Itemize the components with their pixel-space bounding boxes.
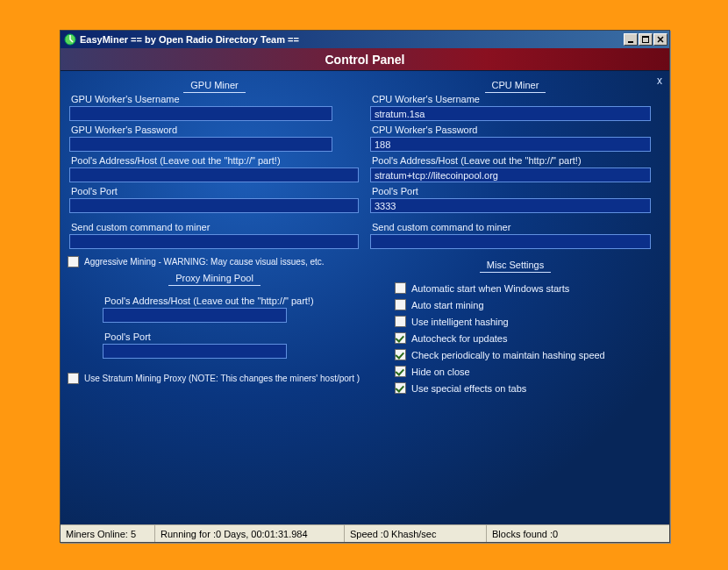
misc-checkbox-2[interactable] [395, 316, 406, 327]
window-title: EasyMiner == by Open Radio Directory Tea… [80, 34, 624, 45]
cpu-username-label: CPU Worker's Username [372, 94, 660, 104]
cpu-host-label: Pool's Address/Host (Leave out the "http… [372, 155, 660, 166]
panel-header: Control Panel [61, 48, 669, 71]
cpu-host-input[interactable] [370, 167, 651, 182]
titlebar[interactable]: EasyMiner == by Open Radio Directory Tea… [61, 31, 669, 48]
cpu-port-label: Pool's Port [372, 186, 660, 196]
status-blocks: Blocks found :0 [487, 525, 669, 542]
proxy-host-label: Pool's Address/Host (Leave out the "http… [104, 296, 326, 306]
misc-item-0[interactable]: Automatic start when Windows starts [395, 282, 662, 294]
aggressive-mining-checkbox[interactable] [68, 256, 79, 267]
gpu-password-input[interactable] [69, 137, 332, 152]
gpu-port-label: Pool's Port [71, 186, 360, 196]
misc-item-4[interactable]: Check periodically to maintain hashing s… [395, 349, 662, 360]
cpu-section-title: CPU Miner [368, 80, 662, 90]
proxy-port-label: Pool's Port [104, 331, 326, 342]
status-miners-online: Miners Online: 5 [61, 525, 155, 542]
right-column: CPU Miner CPU Worker's Username CPU Work… [368, 75, 662, 399]
misc-checkbox-6[interactable] [395, 382, 406, 394]
misc-section-title: Misc Settings [368, 260, 662, 270]
left-column: GPU Miner GPU Worker's Username GPU Work… [68, 75, 361, 399]
svg-rect-3 [642, 36, 649, 38]
misc-checkbox-0[interactable] [395, 282, 406, 294]
gpu-custom-label: Send custom command to miner [71, 222, 360, 232]
misc-checkbox-4[interactable] [395, 349, 406, 360]
use-stratum-checkbox[interactable] [68, 373, 79, 384]
svg-rect-1 [628, 41, 633, 43]
gpu-host-label: Pool's Address/Host (Leave out the "http… [71, 155, 360, 166]
aggressive-mining-label: Aggressive Mining - WARNING: May cause v… [84, 257, 325, 267]
statusbar: Miners Online: 5 Running for :0 Days, 00… [61, 524, 669, 542]
aggressive-mining-row[interactable]: Aggressive Mining - WARNING: May cause v… [68, 256, 361, 267]
app-window: EasyMiner == by Open Radio Directory Tea… [60, 30, 670, 543]
cpu-password-input[interactable] [370, 137, 651, 152]
gpu-custom-input[interactable] [69, 234, 359, 249]
cpu-password-label: CPU Worker's Password [372, 125, 660, 135]
misc-item-1[interactable]: Auto start mining [395, 299, 662, 310]
misc-settings-list: Automatic start when Windows starts Auto… [368, 274, 662, 394]
gpu-section-title: GPU Miner [68, 80, 361, 90]
misc-item-5[interactable]: Hide on close [395, 366, 662, 377]
use-stratum-label: Use Stratum Mining Proxy (NOTE: This cha… [84, 374, 360, 383]
cpu-port-input[interactable] [370, 198, 651, 213]
cpu-username-input[interactable] [370, 106, 651, 121]
misc-item-6[interactable]: Use special effects on tabs [395, 382, 662, 394]
proxy-section-title: Proxy Mining Pool [68, 273, 361, 283]
cpu-custom-label: Send custom command to miner [372, 222, 660, 232]
proxy-host-input[interactable] [103, 308, 287, 323]
proxy-port-input[interactable] [103, 344, 287, 359]
gpu-username-label: GPU Worker's Username [71, 94, 360, 104]
close-button[interactable] [653, 33, 667, 46]
control-panel: Control Panel x GPU Miner GPU Worker's U… [61, 48, 669, 525]
window-buttons [624, 33, 667, 46]
cpu-custom-input[interactable] [370, 234, 651, 249]
minimize-button[interactable] [624, 33, 638, 46]
misc-item-3[interactable]: Autocheck for updates [395, 332, 662, 344]
gpu-port-input[interactable] [69, 198, 359, 213]
gpu-host-input[interactable] [69, 167, 359, 182]
maximize-button[interactable] [639, 33, 653, 46]
gpu-username-input[interactable] [69, 106, 332, 121]
misc-checkbox-3[interactable] [395, 332, 406, 344]
misc-item-2[interactable]: Use intelligent hashing [395, 316, 662, 327]
gpu-password-label: GPU Worker's Password [71, 125, 360, 135]
misc-checkbox-1[interactable] [395, 299, 406, 310]
app-icon [64, 33, 76, 46]
use-stratum-row[interactable]: Use Stratum Mining Proxy (NOTE: This cha… [68, 373, 361, 384]
status-running: Running for :0 Days, 00:01:31.984 [155, 525, 345, 542]
misc-checkbox-5[interactable] [395, 366, 406, 377]
status-speed: Speed :0 Khash/sec [345, 525, 487, 542]
